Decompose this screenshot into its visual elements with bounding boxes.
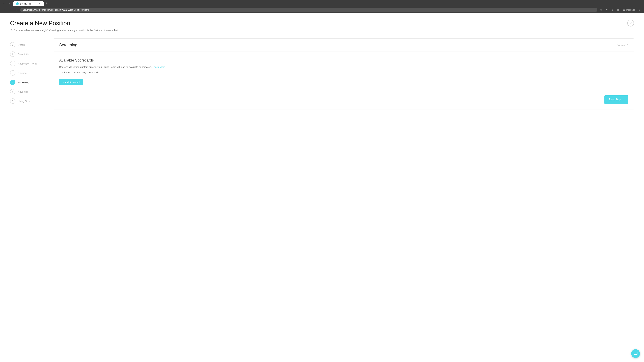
scorecards-description: Scorecards define custom criteria your H…	[59, 65, 628, 69]
incognito-icon: 🕿	[623, 8, 625, 11]
active-tab[interactable]: Breezy HR ✕	[14, 1, 44, 6]
main-panel: Screening Preview ↗ Available Scorecards…	[54, 38, 634, 109]
menu-button[interactable]: ⋮	[637, 7, 642, 12]
add-scorecard-label: + Add Scorecard	[62, 81, 80, 84]
sidebar-item-number-3: 3	[10, 61, 16, 66]
sidebar-item-details[interactable]: 1 Details	[10, 40, 47, 49]
new-tab-button[interactable]: +	[44, 1, 49, 6]
browser-chrome: ← → Breezy HR ✕ + ← → ↻ ★ ■ ⇓ ▦ 🕿 Incogn…	[0, 0, 644, 13]
scorecards-title: Available Scorecards	[59, 58, 628, 62]
panel-header: Screening Preview ↗	[54, 38, 634, 51]
learn-more-label: Learn More	[152, 65, 165, 68]
scorecards-description-text: Scorecards define custom criteria your H…	[59, 65, 152, 68]
next-step-arrow-icon: ›	[622, 98, 624, 102]
close-button[interactable]: ✕	[627, 20, 634, 26]
sidebar-item-number-1: 1	[10, 42, 16, 47]
page-content: ✕ Create a New Position You're here to h…	[0, 13, 644, 362]
address-bar[interactable]	[20, 8, 598, 12]
tab-close-button[interactable]: ✕	[38, 2, 41, 5]
page-header: Create a New Position You're here to hir…	[10, 20, 634, 32]
forward-nav-button[interactable]: →	[8, 7, 13, 12]
incognito-label: Incognito	[626, 8, 635, 11]
sidebar-item-hiring-team[interactable]: 7 Hiring Team	[10, 96, 47, 106]
sidebar-item-label-advertise: Advertise	[18, 90, 28, 93]
footer-actions: Next Step ›	[54, 92, 634, 109]
tab-favicon	[16, 2, 19, 5]
toolbar-actions: ★ ■ ⇓ ▦ 🕿 Incognito ⋮	[599, 7, 642, 12]
sidebar-item-number-5: 5	[10, 80, 16, 85]
toolbar: ← → ↻ ★ ■ ⇓ ▦ 🕿 Incognito ⋮	[0, 6, 644, 13]
sidebar-item-label-pipeline: Pipeline	[18, 71, 27, 74]
preview-link[interactable]: Preview ↗	[617, 43, 628, 46]
external-link-icon: ↗	[626, 44, 628, 46]
sidebar-item-screening[interactable]: 5 Screening	[10, 78, 47, 87]
sidebar-item-label-screening: Screening	[18, 81, 29, 84]
chat-icon	[634, 352, 638, 356]
forward-button[interactable]: →	[7, 1, 12, 6]
split-view-button[interactable]: ▦	[616, 7, 620, 12]
sidebar-item-number-2: 2	[10, 51, 16, 57]
sidebar-item-label-description: Description	[18, 53, 30, 56]
sidebar-item-number-6: 6	[10, 89, 16, 94]
chat-bubble[interactable]	[631, 349, 640, 358]
main-layout: 1 Details 2 Description 3 Application Fo…	[10, 38, 634, 109]
panel-body: Available Scorecards Scorecards define c…	[54, 51, 634, 92]
page-title: Create a New Position	[10, 20, 634, 27]
sidebar-item-number-4: 4	[10, 70, 16, 76]
sidebar-item-application-form[interactable]: 3 Application Form	[10, 59, 47, 68]
sidebar-item-description[interactable]: 2 Description	[10, 49, 47, 59]
sidebar-item-label-details: Details	[18, 43, 26, 46]
tab-navigation: ← →	[1, 1, 12, 6]
learn-more-link[interactable]: Learn More	[152, 65, 165, 68]
add-scorecard-button[interactable]: + Add Scorecard	[59, 79, 83, 85]
tab-title: Breezy HR	[20, 2, 31, 5]
sidebar-item-pipeline[interactable]: 4 Pipeline	[10, 68, 47, 78]
incognito-button[interactable]: 🕿 Incognito	[622, 8, 636, 12]
back-button[interactable]: ←	[1, 1, 6, 6]
sidebar-item-number-7: 7	[10, 98, 16, 104]
preview-label: Preview	[617, 43, 626, 46]
sidebar-item-label-application-form: Application Form	[18, 62, 37, 65]
bookmark-button[interactable]: ★	[599, 7, 604, 12]
refresh-button[interactable]: ↻	[14, 7, 19, 12]
sidebar-item-advertise[interactable]: 6 Advertise	[10, 87, 47, 96]
tab-bar: ← → Breezy HR ✕ +	[0, 0, 644, 6]
panel-title: Screening	[59, 42, 77, 47]
next-step-label: Next Step	[609, 98, 621, 101]
no-scorecards-message: You haven't created any scorecards.	[59, 71, 628, 74]
download-button[interactable]: ⇓	[610, 7, 615, 12]
next-step-button[interactable]: Next Step ›	[604, 95, 628, 104]
back-nav-button[interactable]: ←	[2, 7, 7, 12]
sidebar-item-label-hiring-team: Hiring Team	[18, 100, 31, 103]
page-subtitle: You're here to hire someone right? Creat…	[10, 29, 634, 32]
sidebar: 1 Details 2 Description 3 Application Fo…	[10, 38, 47, 109]
extensions-button[interactable]: ■	[604, 7, 609, 12]
